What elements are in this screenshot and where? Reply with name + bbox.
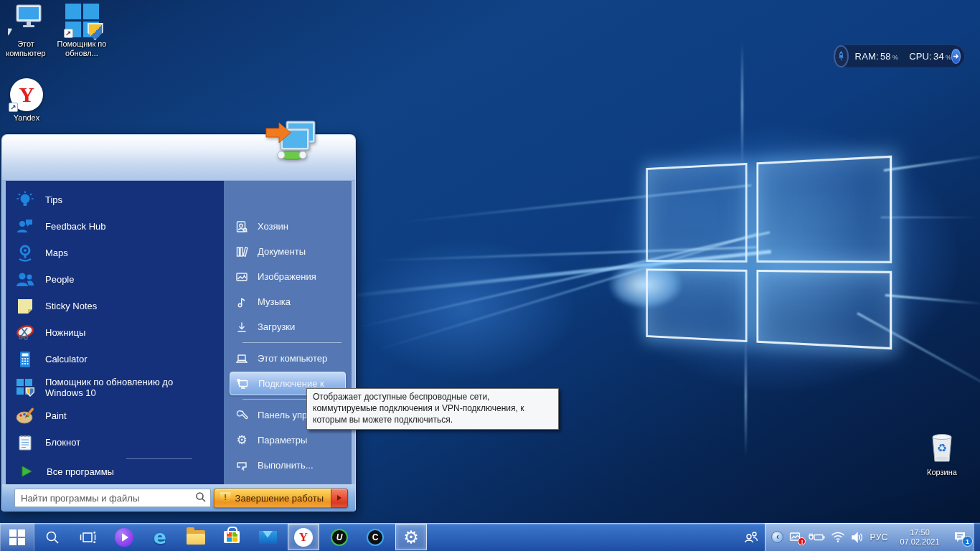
start-menu-item-maps[interactable]: Maps: [6, 240, 224, 266]
menu-item-label: Sticky Notes: [45, 301, 97, 311]
desktop-icon-label: Корзина: [927, 468, 957, 477]
start-menu-item-this-pc[interactable]: Этот компьютер: [224, 346, 352, 371]
recycle-glyph: ♻: [937, 442, 947, 454]
people-taskbar-button[interactable]: [738, 523, 765, 551]
tips-icon: [14, 189, 36, 211]
all-programs-button[interactable]: Все программы: [6, 462, 224, 481]
hidden-icons-chevron[interactable]: ‹: [771, 531, 783, 543]
feedback-hub-icon: [14, 216, 36, 237]
paint-icon: [14, 405, 36, 427]
menu-item-label: Музыка: [258, 296, 291, 307]
search-box[interactable]: [14, 489, 211, 507]
task-view-icon: [80, 529, 97, 545]
all-programs-label: Все программы: [47, 466, 114, 477]
gear-icon: ⚙: [235, 433, 249, 448]
windows-logo-icon: [9, 529, 25, 545]
start-menu-header: [2, 135, 355, 181]
shortcut-arrow-icon: ↗: [9, 103, 18, 112]
documents-icon: [235, 245, 249, 259]
taskbar: e Y U C ⚙ ‹ !: [0, 522, 980, 551]
windows-update-assistant-icon: ↗: [65, 0, 99, 37]
tooltip-text: Отображает доступные беспроводные сети, …: [313, 392, 524, 425]
menu-item-label: People: [45, 274, 74, 285]
mail-button[interactable]: [250, 523, 286, 551]
start-menu-item-calculator[interactable]: Calculator: [6, 346, 224, 372]
iobit-uninstaller-button[interactable]: U: [321, 523, 357, 551]
maps-icon: [14, 242, 36, 264]
power-battery-icon[interactable]: [808, 532, 825, 542]
settings-button[interactable]: ⚙: [395, 524, 427, 550]
system-tray: ‹ ! РУС 17:50 07.02.2021 1: [765, 523, 974, 551]
time: 17:50: [894, 528, 946, 537]
menu-item-label: Документы: [258, 246, 306, 257]
rocket-icon: [834, 45, 849, 67]
desktop-icon-recycle-bin[interactable]: ♻ Корзина: [921, 428, 963, 477]
yandex-browser-icon: Y ↗: [10, 74, 43, 111]
menu-item-label: Ножницы: [45, 327, 85, 338]
start-menu-item-user[interactable]: Хозяин: [224, 214, 352, 239]
desktop-icon-update-assistant[interactable]: ↗ Помощник по обновл...: [53, 0, 110, 58]
start-menu-item-update-assistant[interactable]: Помощник по обновлению до Windows 10: [6, 372, 224, 402]
taskbar-search-button[interactable]: [34, 523, 70, 551]
mail-icon: [259, 531, 277, 544]
start-menu-item-feedback-hub[interactable]: Feedback Hub: [6, 213, 224, 240]
uninstaller-icon: U: [331, 529, 348, 546]
start-menu-item-paint[interactable]: Paint: [6, 402, 224, 429]
clock[interactable]: 17:50 07.02.2021: [894, 528, 946, 547]
menu-item-label: Tips: [45, 194, 62, 205]
start-menu: Tips Feedback Hub Maps: [1, 134, 356, 511]
start-menu-item-tips[interactable]: Tips: [6, 187, 224, 213]
start-menu-item-snipping-tool[interactable]: Ножницы: [6, 319, 224, 346]
run-icon: [235, 458, 249, 473]
people-icon: [743, 530, 759, 545]
search-input[interactable]: [14, 489, 211, 507]
widget-expand-arrow-icon[interactable]: [951, 49, 961, 64]
volume-icon[interactable]: [851, 532, 864, 543]
alice-assistant-button[interactable]: [106, 523, 142, 551]
task-view-button[interactable]: [70, 523, 106, 551]
menu-item-label: Блокнот: [45, 437, 80, 448]
alice-icon: [115, 528, 133, 547]
start-menu-item-pictures[interactable]: Изображения: [224, 264, 352, 289]
desktop-icon-label: Этот компьютер: [0, 39, 52, 58]
wrench-icon: [235, 408, 249, 423]
menu-separator: [242, 342, 341, 343]
shutdown-options-arrow[interactable]: [331, 489, 348, 508]
edge-button[interactable]: e: [142, 523, 178, 551]
pictures-icon: [235, 270, 249, 284]
start-menu-item-run[interactable]: Выполнить...: [224, 453, 352, 478]
ram-usage: RAM:58%: [855, 51, 898, 62]
start-menu-item-music[interactable]: Музыка: [224, 289, 352, 314]
start-menu-item-sticky-notes[interactable]: Sticky Notes: [6, 293, 224, 319]
show-desktop-button[interactable]: [974, 523, 980, 551]
uac-shield-icon: !: [220, 492, 231, 504]
start-menu-item-documents[interactable]: Документы: [224, 239, 352, 264]
action-center-button[interactable]: 1: [951, 531, 970, 544]
start-menu-places-column: Хозяин Документы Изображения: [224, 181, 352, 484]
wifi-icon[interactable]: [831, 532, 845, 542]
yandex-browser-button[interactable]: Y: [288, 524, 319, 550]
store-icon: [224, 531, 240, 543]
microsoft-store-button[interactable]: [214, 523, 250, 551]
ccleaner-button[interactable]: C: [357, 523, 393, 551]
desktop: Этот компьютер ↗ Помощник по обновл... Y…: [0, 0, 980, 551]
shutdown-button[interactable]: ! Завершение работы: [214, 489, 348, 508]
shield-icon: [88, 23, 103, 40]
network-connection-icon: [235, 377, 250, 391]
menu-item-label: Feedback Hub: [45, 221, 106, 232]
menu-item-label: Paint: [45, 410, 67, 421]
performance-widget[interactable]: RAM:58% CPU:34%: [833, 44, 965, 68]
menu-item-label: Параметры: [258, 435, 307, 446]
start-menu-item-settings[interactable]: ⚙ Параметры: [224, 428, 352, 453]
desktop-icon-yandex[interactable]: Y ↗ Yandex: [4, 74, 49, 123]
menu-item-label: Помощник по обновлению до Windows 10: [45, 377, 203, 398]
menu-separator: [126, 458, 192, 459]
file-explorer-button[interactable]: [178, 523, 214, 551]
security-notification-icon[interactable]: !: [789, 532, 802, 543]
start-button[interactable]: [0, 523, 34, 551]
language-indicator[interactable]: РУС: [870, 532, 888, 542]
start-menu-item-notepad[interactable]: Блокнот: [6, 429, 224, 456]
start-menu-item-people[interactable]: People: [6, 266, 224, 293]
start-menu-item-downloads[interactable]: Загрузки: [224, 314, 352, 339]
desktop-icon-this-pc[interactable]: Этот компьютер: [0, 0, 52, 58]
